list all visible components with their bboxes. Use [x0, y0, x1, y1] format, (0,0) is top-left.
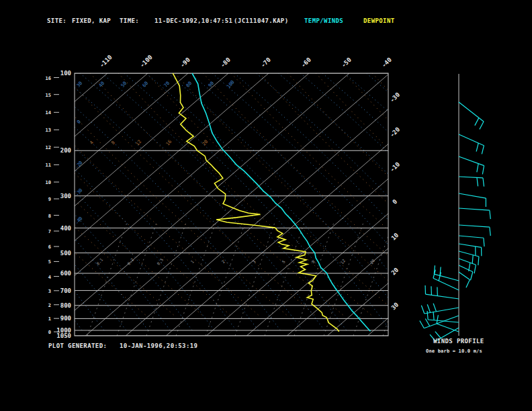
wind-barb	[459, 265, 473, 280]
svg-text:0.5: 0.5	[156, 257, 165, 266]
wind-barb	[459, 259, 476, 273]
svg-text:16: 16	[165, 139, 173, 147]
svg-text:12: 12	[46, 145, 51, 150]
svg-text:900: 900	[60, 315, 71, 322]
svg-text:-40: -40	[74, 216, 83, 226]
svg-text:14: 14	[46, 110, 51, 116]
svg-text:15: 15	[46, 93, 51, 98]
svg-text:-10: -10	[389, 161, 402, 173]
wind-barb	[459, 177, 484, 187]
wind-barb	[459, 156, 484, 174]
svg-text:-20: -20	[74, 160, 83, 170]
svg-text:-80: -80	[219, 56, 232, 69]
wind-barb	[459, 272, 470, 287]
svg-text:0.1: 0.1	[95, 257, 104, 266]
svg-text:5: 5	[48, 259, 51, 265]
svg-text:-70: -70	[259, 56, 272, 69]
wind-barb	[459, 236, 484, 246]
svg-text:16: 16	[46, 76, 51, 81]
svg-text:0: 0	[48, 330, 51, 335]
height-axis: 012345678910111213141516	[46, 76, 59, 336]
svg-text:-40: -40	[380, 56, 393, 69]
svg-text:12: 12	[339, 258, 346, 265]
wind-barb	[434, 265, 459, 281]
svg-text:30: 30	[390, 302, 400, 312]
sounding-plot-window: SITE: FIXED, KAP TIME: 11-DEC-1992,10:47…	[0, 0, 532, 411]
svg-text:30: 30	[76, 81, 84, 89]
svg-text:-100: -100	[138, 54, 153, 68]
svg-text:0: 0	[391, 198, 398, 205]
svg-text:100: 100	[226, 79, 235, 89]
svg-text:100: 100	[60, 70, 71, 77]
winds-barb-legend: One barb = 10.0 m/s	[426, 349, 482, 354]
svg-text:-20: -20	[389, 126, 402, 139]
plot-generated-value: 10-JAN-1996,20:53:19	[120, 342, 197, 349]
svg-text:20: 20	[202, 139, 210, 147]
svg-text:0: 0	[76, 120, 82, 125]
svg-text:-110: -110	[98, 54, 113, 68]
svg-text:60: 60	[142, 81, 150, 89]
svg-text:10: 10	[46, 180, 51, 185]
svg-text:2: 2	[48, 303, 51, 308]
svg-text:-60: -60	[300, 56, 312, 69]
svg-text:-90: -90	[179, 56, 191, 69]
svg-text:400: 400	[60, 225, 71, 232]
svg-text:20: 20	[390, 267, 400, 277]
skewt-grid	[0, 73, 532, 336]
svg-text:8: 8	[310, 259, 316, 264]
wind-barb	[459, 102, 484, 129]
svg-text:0.2: 0.2	[126, 257, 135, 266]
wind-barb	[459, 225, 490, 236]
svg-text:4: 4	[48, 275, 51, 280]
svg-text:-30: -30	[389, 91, 402, 104]
svg-text:2: 2	[220, 259, 226, 264]
wind-barb	[459, 208, 490, 219]
winds-profile-title: WINDS PROFILE	[433, 338, 484, 345]
svg-text:6: 6	[48, 244, 51, 250]
svg-text:5: 5	[281, 259, 286, 264]
svg-text:1: 1	[189, 259, 195, 264]
svg-text:600: 600	[60, 270, 71, 277]
svg-text:40: 40	[98, 81, 106, 89]
isotherm-labels-right: -30-20-100102030	[389, 91, 402, 312]
winds-profile	[420, 74, 490, 341]
svg-text:-50: -50	[340, 56, 353, 69]
svg-text:1050: 1050	[56, 332, 71, 339]
svg-text:70: 70	[163, 81, 171, 89]
svg-text:12: 12	[135, 139, 143, 147]
isotherm-labels-top: -110-100-90-80-70-60-50-40	[98, 54, 393, 68]
svg-text:700: 700	[60, 287, 71, 294]
wind-barb	[459, 134, 484, 154]
svg-text:1: 1	[48, 316, 51, 322]
temperature-curve	[192, 73, 370, 331]
svg-text:300: 300	[60, 193, 71, 199]
svg-text:800: 800	[60, 302, 71, 309]
svg-text:8: 8	[110, 140, 116, 146]
svg-text:50: 50	[120, 81, 128, 89]
plot-generated-label: PLOT GENERATED:	[48, 342, 107, 349]
svg-text:90: 90	[208, 81, 216, 89]
svg-text:13: 13	[46, 128, 51, 133]
pressure-axis: 10020030040050060070080090010001050	[56, 70, 71, 339]
svg-text:200: 200	[60, 147, 71, 154]
svg-text:7: 7	[48, 229, 51, 234]
svg-text:3: 3	[48, 289, 51, 294]
svg-text:8: 8	[48, 214, 51, 219]
wind-barb	[459, 193, 486, 207]
svg-text:9: 9	[48, 197, 51, 202]
svg-text:10: 10	[390, 232, 400, 242]
svg-text:11: 11	[46, 163, 51, 168]
svg-text:500: 500	[60, 250, 71, 257]
svg-text:80: 80	[185, 81, 193, 89]
